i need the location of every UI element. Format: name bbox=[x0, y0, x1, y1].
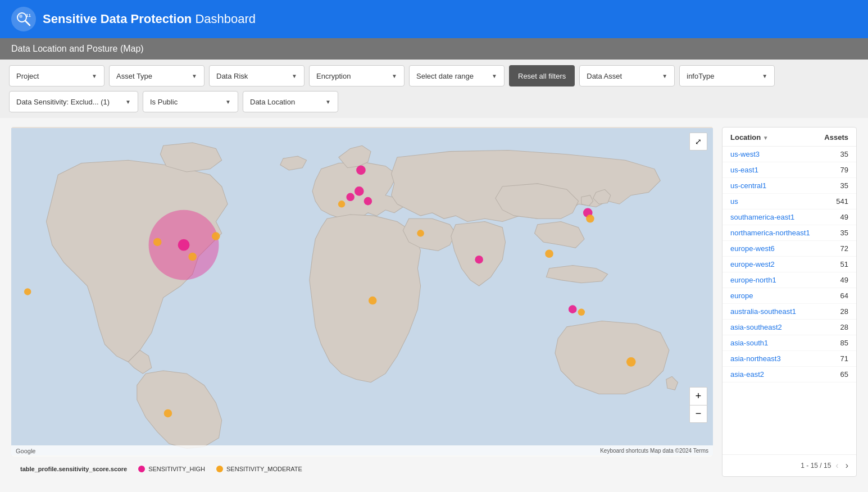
sort-arrow-icon[interactable]: ▼ bbox=[763, 135, 769, 141]
svg-point-11 bbox=[164, 409, 172, 418]
filter-is-public[interactable]: Is Public ▼ bbox=[143, 91, 238, 112]
svg-point-17 bbox=[369, 297, 377, 305]
map-zoom-controls: + − bbox=[689, 387, 707, 423]
table-row[interactable]: europe64 bbox=[722, 288, 856, 304]
svg-point-7 bbox=[212, 232, 220, 240]
location-name: asia-southeast2 bbox=[730, 323, 782, 331]
svg-point-2 bbox=[19, 15, 22, 18]
col-assets-header: Assets bbox=[824, 133, 848, 142]
chevron-down-icon: ▼ bbox=[662, 73, 667, 79]
reset-all-filters-button[interactable]: Reset all filters bbox=[509, 65, 575, 86]
svg-point-13 bbox=[355, 186, 364, 196]
location-count: 79 bbox=[840, 166, 848, 174]
location-count: 35 bbox=[840, 181, 848, 190]
location-name: europe bbox=[730, 291, 753, 300]
filter-data-asset[interactable]: Data Asset ▼ bbox=[579, 65, 675, 86]
map-attribution: Google Keyboard shortcuts Map data ©2024… bbox=[11, 445, 713, 457]
chevron-down-icon: ▼ bbox=[125, 99, 131, 105]
svg-point-23 bbox=[569, 305, 577, 313]
location-count: 51 bbox=[840, 260, 848, 268]
table-row[interactable]: europe-north149 bbox=[722, 272, 856, 288]
location-count: 49 bbox=[840, 276, 848, 284]
location-name: europe-west2 bbox=[730, 260, 775, 268]
filter-project[interactable]: Project ▼ bbox=[9, 65, 104, 86]
location-count: 85 bbox=[840, 339, 848, 347]
table-row[interactable]: northamerica-northeast135 bbox=[722, 225, 856, 241]
legend-moderate: SENSITIVITY_MODERATE bbox=[216, 466, 302, 472]
svg-point-10 bbox=[24, 288, 31, 295]
col-location-header: Location ▼ bbox=[730, 133, 769, 142]
chevron-down-icon: ▼ bbox=[392, 73, 397, 79]
table-row[interactable]: europe-west251 bbox=[722, 257, 856, 272]
svg-point-24 bbox=[578, 309, 585, 316]
table-row[interactable]: asia-southeast228 bbox=[722, 320, 856, 335]
map-legend: table_profile.sensitivity_score.score SE… bbox=[11, 461, 713, 477]
table-row[interactable]: asia-south185 bbox=[722, 335, 856, 351]
location-name: northamerica-northeast1 bbox=[730, 229, 810, 237]
svg-point-25 bbox=[626, 357, 636, 367]
chevron-down-icon: ▼ bbox=[762, 73, 767, 79]
filter-asset-type[interactable]: Asset Type ▼ bbox=[109, 65, 204, 86]
page-subtitle: Data Location and Posture (Map) bbox=[0, 38, 868, 60]
svg-point-20 bbox=[545, 249, 553, 258]
chevron-down-icon: ▼ bbox=[292, 73, 297, 79]
location-name: us bbox=[730, 197, 738, 206]
location-name: australia-southeast1 bbox=[730, 307, 796, 316]
table-row[interactable]: southamerica-east149 bbox=[722, 209, 856, 225]
svg-point-14 bbox=[364, 197, 372, 206]
moderate-sensitivity-icon bbox=[216, 466, 223, 472]
svg-point-16 bbox=[356, 166, 366, 175]
svg-point-22 bbox=[586, 215, 594, 223]
table-row[interactable]: us-east179 bbox=[722, 162, 856, 178]
legend-high-label: SENSITIVITY_HIGH bbox=[148, 466, 205, 472]
filter-data-location[interactable]: Data Location ▼ bbox=[243, 91, 338, 112]
filter-date-range[interactable]: Select date range ▼ bbox=[409, 65, 505, 86]
location-name: asia-northeast3 bbox=[730, 354, 781, 363]
svg-point-15 bbox=[338, 201, 345, 207]
table-row[interactable]: us541 bbox=[722, 194, 856, 209]
location-table-header: Location ▼ Assets bbox=[722, 127, 856, 147]
table-row[interactable]: us-central135 bbox=[722, 178, 856, 194]
chevron-down-icon: ▼ bbox=[225, 99, 231, 105]
location-name: europe-west6 bbox=[730, 244, 775, 253]
app-logo: 11 bbox=[11, 7, 36, 31]
location-name: europe-north1 bbox=[730, 276, 776, 284]
filter-data-risk[interactable]: Data Risk ▼ bbox=[209, 65, 305, 86]
location-name: asia-south1 bbox=[730, 339, 768, 347]
chevron-down-icon: ▼ bbox=[92, 73, 97, 79]
location-count: 72 bbox=[840, 244, 848, 253]
location-count: 49 bbox=[840, 213, 848, 221]
table-row[interactable]: asia-northeast371 bbox=[722, 351, 856, 367]
filter-data-sensitivity[interactable]: Data Sensitivity: Exclud... (1) ▼ bbox=[9, 91, 138, 112]
location-name: us-east1 bbox=[730, 166, 758, 174]
google-logo: Google bbox=[16, 448, 35, 454]
location-table-body: us-west335us-east179us-central135us541so… bbox=[722, 147, 856, 454]
location-name: asia-east2 bbox=[730, 370, 764, 379]
table-row[interactable]: europe-west672 bbox=[722, 241, 856, 257]
location-name: southamerica-east1 bbox=[730, 213, 794, 221]
svg-point-19 bbox=[475, 256, 483, 264]
svg-line-1 bbox=[25, 21, 30, 25]
table-row[interactable]: asia-east265 bbox=[722, 367, 856, 382]
svg-point-18 bbox=[417, 230, 424, 236]
location-name: us-central1 bbox=[730, 181, 766, 190]
filter-info-type[interactable]: infoType ▼ bbox=[679, 65, 775, 86]
chevron-down-icon: ▼ bbox=[492, 73, 497, 79]
table-row[interactable]: us-west335 bbox=[722, 147, 856, 162]
pagination-label: 1 - 15 / 15 bbox=[801, 462, 831, 470]
legend-score-label: table_profile.sensitivity_score.score bbox=[20, 466, 127, 472]
table-row[interactable]: australia-southeast128 bbox=[722, 304, 856, 320]
location-count: 28 bbox=[840, 323, 848, 331]
zoom-out-button[interactable]: − bbox=[689, 405, 707, 423]
map-expand-button[interactable]: ⤢ bbox=[689, 133, 707, 151]
svg-text:11: 11 bbox=[26, 13, 31, 18]
legend-high: SENSITIVITY_HIGH bbox=[138, 466, 205, 472]
filter-encryption[interactable]: Encryption ▼ bbox=[309, 65, 405, 86]
pagination-next-button[interactable]: › bbox=[843, 459, 851, 472]
zoom-in-button[interactable]: + bbox=[689, 387, 707, 405]
pagination-prev-button[interactable]: ‹ bbox=[833, 459, 840, 472]
high-sensitivity-icon bbox=[138, 466, 145, 472]
location-table: Location ▼ Assets us-west335us-east179us… bbox=[722, 127, 857, 477]
location-count: 541 bbox=[836, 197, 848, 206]
filter-bar: Project ▼ Asset Type ▼ Data Risk ▼ Encry… bbox=[0, 60, 868, 118]
